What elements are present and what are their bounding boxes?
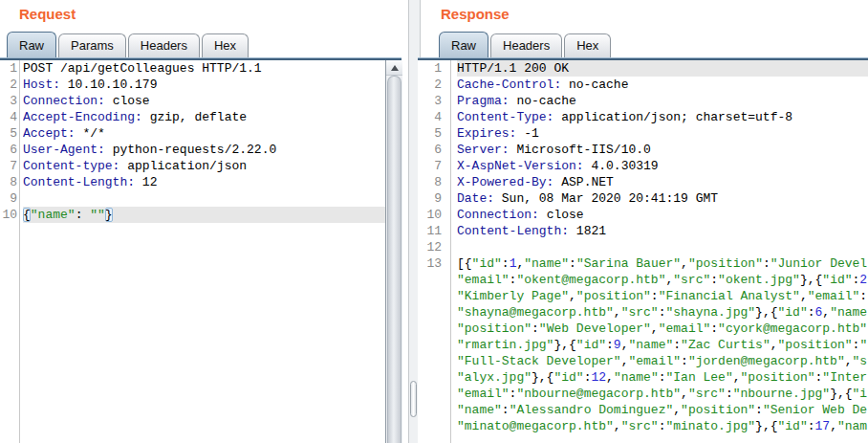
line-content: Date: Sun, 08 Mar 2020 20:41:19 GMT bbox=[457, 190, 868, 207]
request-panel: Request RawParamsHeadersHex 1POST /api/g… bbox=[0, 0, 408, 443]
line-number: 6 bbox=[0, 142, 17, 158]
line-content: Server: Microsoft-IIS/10.0 bbox=[457, 142, 868, 158]
code-line: 11Content-Length: 1821 bbox=[418, 223, 868, 239]
line-number: 7 bbox=[418, 158, 442, 174]
http-message-viewer: Request RawParamsHeadersHex 1POST /api/g… bbox=[0, 0, 868, 443]
splitter-handle[interactable] bbox=[410, 381, 417, 417]
tab-raw[interactable]: Raw bbox=[439, 32, 488, 58]
line-content: Pragma: no-cache bbox=[457, 93, 868, 109]
code-line: 2Host: 10.10.10.179 bbox=[0, 77, 385, 93]
line-number bbox=[418, 321, 442, 337]
line-number: 10 bbox=[418, 207, 442, 223]
tab-params[interactable]: Params bbox=[58, 33, 126, 58]
response-tabrow: RawHeadersHex bbox=[439, 32, 868, 58]
line-content: "Kimberly Page","position":"Financial An… bbox=[457, 288, 868, 304]
line-number: 11 bbox=[418, 223, 442, 239]
code-line: "alyx.jpg"},{"id":12,"name":"Ian Lee","p… bbox=[418, 369, 868, 386]
line-content: Connection: close bbox=[23, 93, 385, 109]
line-content bbox=[23, 190, 385, 207]
line-number bbox=[418, 304, 442, 321]
line-content: "email":"okent@megacorp.htb","src":"oken… bbox=[457, 272, 868, 288]
line-content: "minato@megacorp.htb","src":"minato.jpg"… bbox=[457, 418, 868, 434]
line-content: "shayna@megacorp.htb","src":"shayna.jpg"… bbox=[457, 304, 868, 321]
code-line: 1HTTP/1.1 200 OK bbox=[418, 60, 868, 77]
code-line: 1POST /api/getColleagues HTTP/1.1 bbox=[0, 60, 385, 77]
line-number bbox=[418, 402, 442, 418]
line-content: "Full-Stack Developer","email":"jorden@m… bbox=[457, 353, 868, 369]
response-editor[interactable]: 1HTTP/1.1 200 OK2Cache-Control: no-cache… bbox=[418, 60, 868, 443]
code-line: "Kimberly Page","position":"Financial An… bbox=[418, 288, 868, 304]
line-number bbox=[418, 337, 442, 353]
request-tabrow: RawParamsHeadersHex bbox=[7, 32, 408, 58]
line-number: 1 bbox=[418, 60, 442, 77]
code-line: 4Content-Type: application/json; charset… bbox=[418, 109, 868, 125]
code-line: 8Content-Length: 12 bbox=[0, 174, 385, 190]
line-number: 2 bbox=[418, 77, 442, 93]
line-number bbox=[418, 386, 442, 402]
request-editor[interactable]: 1POST /api/getColleagues HTTP/1.12Host: … bbox=[0, 60, 385, 443]
code-line: 12 bbox=[418, 239, 868, 255]
line-content: Expires: -1 bbox=[457, 125, 868, 142]
line-content: HTTP/1.1 200 OK bbox=[457, 60, 868, 77]
tab-headers[interactable]: Headers bbox=[490, 33, 562, 58]
line-number bbox=[418, 288, 442, 304]
response-panel-title: Response bbox=[441, 6, 510, 22]
code-line: "position":"Web Developer","email":"cyor… bbox=[418, 321, 868, 337]
tab-raw[interactable]: Raw bbox=[7, 32, 56, 58]
tab-hex[interactable]: Hex bbox=[202, 33, 249, 58]
tab-hex[interactable]: Hex bbox=[564, 33, 611, 58]
code-line: 13[{"id":1,"name":"Sarina Bauer","positi… bbox=[418, 255, 868, 272]
line-content: "email":"nbourne@megacorp.htb","src":"nb… bbox=[457, 386, 868, 402]
line-content: Content-type: application/json bbox=[23, 158, 385, 174]
line-content: Content-Length: 1821 bbox=[457, 223, 868, 239]
line-number bbox=[418, 272, 442, 288]
code-line: "email":"nbourne@megacorp.htb","src":"nb… bbox=[418, 386, 868, 402]
code-line: 3Pragma: no-cache bbox=[418, 93, 868, 109]
code-line: "minato@megacorp.htb","src":"minato.jpg"… bbox=[418, 418, 868, 434]
scroll-up-button[interactable] bbox=[386, 60, 402, 76]
line-number: 8 bbox=[0, 174, 17, 190]
code-line: 3Connection: close bbox=[0, 93, 385, 109]
line-content: "position":"Web Developer","email":"cyor… bbox=[457, 321, 868, 337]
line-content: Connection: close bbox=[457, 207, 868, 223]
code-line: 9 bbox=[0, 190, 385, 207]
line-number bbox=[418, 418, 442, 434]
code-line: 6Server: Microsoft-IIS/10.0 bbox=[418, 142, 868, 158]
code-line: "name":"Alessandro Dominguez","position"… bbox=[418, 402, 868, 418]
line-content: {"name": ""} bbox=[23, 207, 385, 223]
line-content: Content-Length: 12 bbox=[23, 174, 385, 190]
line-number: 12 bbox=[418, 239, 442, 255]
code-line: "email":"okent@megacorp.htb","src":"oken… bbox=[418, 272, 868, 288]
line-number: 3 bbox=[0, 93, 17, 109]
code-line: 10Connection: close bbox=[418, 207, 868, 223]
line-number: 7 bbox=[0, 158, 17, 174]
line-content: Cache-Control: no-cache bbox=[457, 77, 868, 93]
line-number: 3 bbox=[418, 93, 442, 109]
line-number: 2 bbox=[0, 77, 17, 93]
line-number: 1 bbox=[0, 60, 17, 77]
line-content: User-Agent: python-requests/2.22.0 bbox=[23, 142, 385, 158]
line-number: 9 bbox=[418, 190, 442, 207]
request-panel-title: Request bbox=[19, 6, 76, 22]
code-line: 5Expires: -1 bbox=[418, 125, 868, 142]
line-content: "name":"Alessandro Dominguez","position"… bbox=[457, 402, 868, 418]
line-content bbox=[457, 239, 868, 255]
line-number bbox=[418, 353, 442, 369]
request-vertical-scrollbar[interactable] bbox=[385, 60, 402, 443]
line-content: "alyx.jpg"},{"id":12,"name":"Ian Lee","p… bbox=[457, 369, 868, 386]
line-number: 5 bbox=[418, 125, 442, 142]
request-scrollbar-thumb[interactable] bbox=[387, 76, 401, 443]
line-content: "rmartin.jpg"},{"id":9,"name":"Zac Curti… bbox=[457, 337, 868, 353]
line-number: 10 bbox=[0, 207, 17, 223]
line-number: 8 bbox=[418, 174, 442, 190]
code-line: 4Accept-Encoding: gzip, deflate bbox=[0, 109, 385, 125]
line-number: 5 bbox=[0, 125, 17, 142]
line-number: 13 bbox=[418, 255, 442, 272]
tab-headers[interactable]: Headers bbox=[128, 33, 200, 58]
line-content: [{"id":1,"name":"Sarina Bauer","position… bbox=[457, 255, 868, 272]
code-line: 2Cache-Control: no-cache bbox=[418, 77, 868, 93]
line-number: 9 bbox=[0, 190, 17, 207]
line-content: Accept: */* bbox=[23, 125, 385, 142]
response-gutter-separator bbox=[450, 60, 451, 443]
line-content: Content-Type: application/json; charset=… bbox=[457, 109, 868, 125]
